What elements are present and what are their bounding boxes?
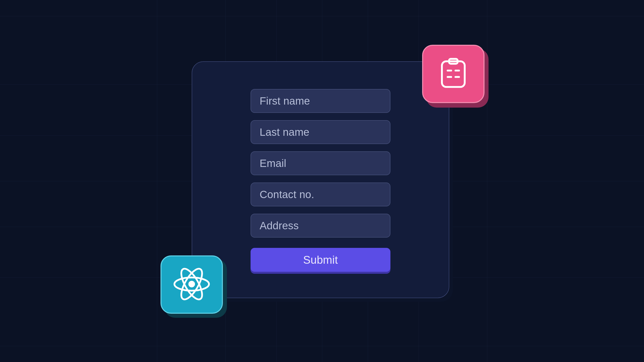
email-field[interactable]: [251, 151, 390, 175]
react-icon: [173, 265, 211, 304]
clipboard-icon: [436, 56, 470, 92]
last-name-field[interactable]: [251, 120, 390, 144]
svg-rect-4: [442, 61, 465, 87]
first-name-field[interactable]: [251, 89, 390, 113]
react-tile: [160, 255, 223, 314]
contact-number-field[interactable]: [251, 183, 390, 206]
address-field[interactable]: [251, 214, 390, 238]
clipboard-tile: [422, 45, 485, 103]
svg-point-0: [188, 281, 195, 287]
submit-button[interactable]: Submit: [251, 248, 390, 272]
form-card: Submit: [192, 61, 449, 298]
